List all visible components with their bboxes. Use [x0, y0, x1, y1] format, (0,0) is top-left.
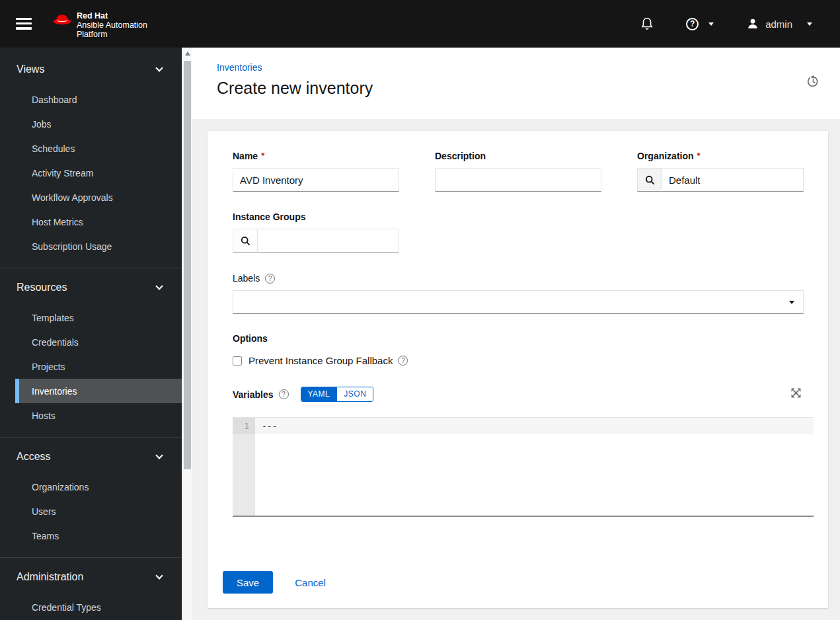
sidebar-item-credential-types[interactable]: Credential Types — [0, 595, 182, 619]
scrollbar — [182, 48, 192, 620]
editor-code-line: --- — [255, 418, 814, 434]
prevent-fallback-checkbox[interactable] — [233, 356, 242, 366]
editor-gutter: 1 — [233, 418, 255, 516]
variables-help-icon[interactable]: ? — [279, 389, 289, 399]
notifications-bell-icon[interactable] — [641, 17, 653, 30]
divider — [0, 557, 182, 558]
sidebar-item-host-metrics[interactable]: Host Metrics — [0, 210, 182, 234]
sidebar-item-projects[interactable]: Projects — [0, 354, 182, 379]
sidebar-group-views-label: Views — [17, 63, 44, 75]
chevron-down-icon — [155, 64, 163, 71]
cancel-button[interactable]: Cancel — [295, 577, 326, 588]
page-header: Inventories Create new inventory — [192, 48, 840, 119]
breadcrumb-inventories-link[interactable]: Inventories — [217, 62, 262, 73]
select-caret-icon — [789, 301, 794, 304]
organization-input[interactable] — [662, 168, 804, 192]
sidebar-item-subscription-usage[interactable]: Subscription Usage — [0, 234, 182, 258]
sidebar-group-administration-label: Administration — [17, 571, 83, 583]
variables-code-editor: 1 --- — [233, 417, 814, 517]
json-toggle-button[interactable]: JSON — [336, 387, 373, 401]
divider — [0, 268, 182, 268]
nav-toggle-icon[interactable] — [16, 18, 32, 30]
username-label: admin — [765, 19, 792, 30]
options-heading: Options — [233, 333, 804, 344]
masthead: Red Hat Ansible Automation Platform ? ad… — [0, 0, 840, 48]
description-label: Description — [435, 151, 601, 161]
sidebar-group-administration[interactable]: Administration — [0, 562, 182, 592]
brand-text: Red Hat Ansible Automation Platform — [77, 11, 147, 39]
brand: Red Hat Ansible Automation Platform — [53, 11, 147, 39]
sidebar-item-hosts[interactable]: Hosts — [0, 403, 182, 428]
required-asterisk: * — [697, 151, 701, 161]
instance-groups-label: Instance Groups — [233, 212, 399, 222]
sidebar-item-teams[interactable]: Teams — [0, 523, 182, 548]
sidebar-nav: Views Dashboard Jobs Schedules Activity … — [0, 48, 182, 620]
sidebar-item-credentials[interactable]: Credentials — [0, 330, 182, 354]
labels-label: Labels ? — [233, 273, 804, 284]
required-asterisk: * — [261, 151, 264, 161]
sidebar-item-dashboard[interactable]: Dashboard — [0, 87, 182, 112]
name-input[interactable] — [233, 168, 399, 192]
instance-groups-input[interactable] — [257, 229, 399, 252]
labels-multiselect[interactable] — [233, 290, 804, 314]
labels-field-group: Labels ? — [233, 273, 804, 314]
sidebar-item-templates[interactable]: Templates — [0, 305, 182, 330]
chevron-down-icon — [155, 282, 163, 290]
user-menu-caret-icon[interactable] — [807, 22, 812, 26]
sidebar-group-resources[interactable]: Resources — [0, 272, 182, 303]
organization-search-icon[interactable] — [637, 168, 662, 192]
sidebar-group-access-label: Access — [17, 451, 51, 463]
help-icon[interactable]: ? — [686, 18, 699, 30]
sidebar-item-activity-stream[interactable]: Activity Stream — [0, 161, 182, 185]
editor-code-area[interactable]: --- — [255, 418, 814, 516]
breadcrumb: Inventories — [217, 61, 840, 73]
form-actions: Save Cancel — [223, 571, 804, 594]
sidebar-item-users[interactable]: Users — [0, 499, 182, 523]
yaml-toggle-button[interactable]: YAML — [301, 387, 337, 401]
organization-field-group: Organization * — [637, 151, 804, 192]
prevent-fallback-label: Prevent Instance Group Fallback — [248, 355, 393, 366]
sidebar-item-schedules[interactable]: Schedules — [0, 136, 182, 161]
editor-line-number: 1 — [233, 418, 255, 434]
scrollbar-thumb[interactable] — [184, 61, 191, 469]
main-content: Inventories Create new inventory Name * — [192, 48, 840, 620]
name-field-group: Name * — [233, 151, 399, 192]
user-icon[interactable] — [747, 18, 759, 30]
variables-mode-toggle: YAML JSON — [301, 387, 374, 402]
organization-label: Organization * — [637, 151, 804, 161]
prevent-fallback-option: Prevent Instance Group Fallback ? — [233, 355, 804, 366]
variables-label: Variables ? — [233, 389, 289, 400]
prevent-fallback-help-icon[interactable]: ? — [398, 356, 408, 366]
editor-expand-icon[interactable] — [791, 388, 801, 401]
sidebar-item-inventories[interactable]: Inventories — [15, 379, 182, 403]
labels-help-icon[interactable]: ? — [265, 274, 275, 284]
instance-groups-search-icon[interactable] — [233, 229, 257, 252]
sidebar-item-organizations[interactable]: Organizations — [0, 475, 182, 499]
page-title: Create new inventory — [217, 79, 840, 98]
sidebar-group-views[interactable]: Views — [0, 54, 182, 85]
chevron-down-icon — [155, 572, 163, 579]
name-label: Name * — [233, 151, 399, 161]
sidebar-group-resources-label: Resources — [17, 282, 67, 293]
description-field-group: Description — [435, 151, 601, 192]
sidebar-item-workflow-approvals[interactable]: Workflow Approvals — [0, 185, 182, 210]
save-button[interactable]: Save — [223, 571, 273, 594]
activity-history-icon[interactable] — [807, 75, 820, 91]
chevron-down-icon — [155, 451, 163, 459]
divider — [0, 437, 182, 438]
sidebar-group-access[interactable]: Access — [0, 442, 182, 472]
redhat-fedora-icon — [53, 13, 71, 28]
scrollbar-up-arrow[interactable] — [185, 52, 190, 56]
variables-header: Variables ? YAML JSON — [233, 387, 804, 402]
instance-groups-field-group: Instance Groups — [233, 212, 399, 252]
description-input[interactable] — [435, 168, 601, 192]
form-card: Name * Description Organization * — [208, 131, 828, 608]
help-caret-icon[interactable] — [708, 22, 714, 26]
sidebar-item-jobs[interactable]: Jobs — [0, 112, 182, 136]
